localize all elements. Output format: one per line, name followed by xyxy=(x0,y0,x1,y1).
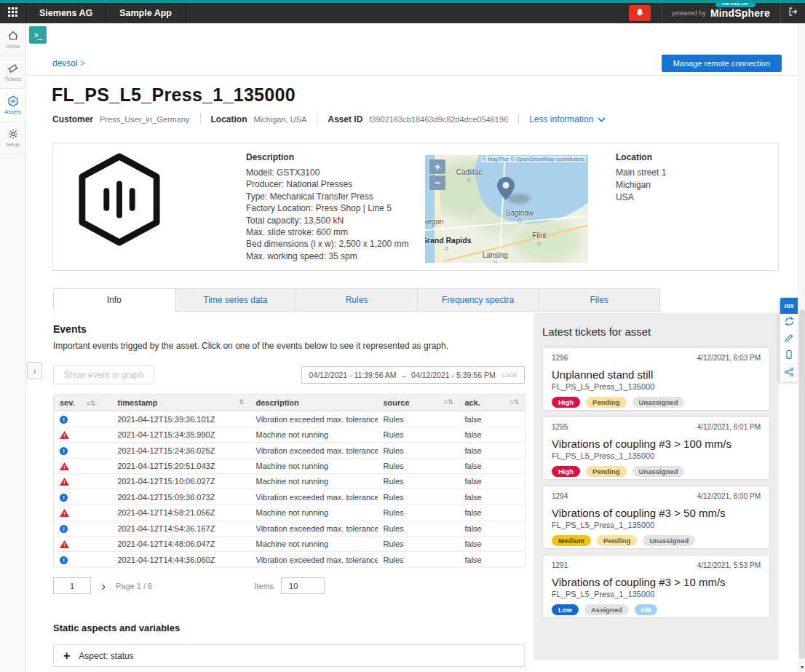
badge-high: High xyxy=(552,397,580,408)
top-accent-strip xyxy=(0,0,805,3)
tab-info[interactable]: Info xyxy=(53,288,175,312)
event-description: Vibration exceeded max. tolerance xyxy=(250,489,378,505)
event-row[interactable]: !2021-04-12T14:54:36.167ZVibration excee… xyxy=(54,521,526,537)
event-row[interactable]: !2021-04-12T15:34:35.990ZMachine not run… xyxy=(54,427,526,443)
event-ack: false xyxy=(459,552,526,568)
share-button[interactable] xyxy=(780,365,798,382)
event-row[interactable]: !2021-04-12T14:58:21.056ZMachine not run… xyxy=(54,505,526,521)
event-source: Rules xyxy=(378,505,459,521)
sidebar-item-label: Tickets xyxy=(4,76,21,82)
tab-frequency-spectra[interactable]: Frequency spectra xyxy=(418,288,539,312)
event-description: Vibration exceeded max. tolerance xyxy=(250,443,378,459)
notifications-button[interactable] xyxy=(629,5,651,21)
location-label: Location xyxy=(211,114,247,124)
breadcrumb-root[interactable]: devsol xyxy=(52,58,78,68)
event-timestamp: 2021-04-12T14:54:36.167Z xyxy=(112,521,250,537)
filter-sort-icon[interactable]: ≡⇅ xyxy=(444,398,453,406)
badge-low: Low xyxy=(552,604,579,615)
event-row[interactable]: !2021-04-12T15:09:36.073ZVibration excee… xyxy=(54,489,526,505)
sort-icon[interactable]: ⇅ xyxy=(239,398,245,406)
filter-sort-icon[interactable]: ≡⇅ xyxy=(509,398,519,406)
mobile-icon xyxy=(784,349,794,363)
logout-button[interactable] xyxy=(780,3,805,23)
description-line: Type: Mechanical Transfer Press xyxy=(246,191,422,202)
ticket-card[interactable]: 12964/12/2021, 6:03 PMUnplanned stand st… xyxy=(542,347,770,411)
tab-rules[interactable]: Rules xyxy=(296,288,418,312)
event-ack: false xyxy=(459,537,526,552)
event-ack: false xyxy=(459,411,526,427)
less-information-toggle[interactable]: Less information xyxy=(529,114,606,124)
event-row[interactable]: !2021-04-12T15:10:06.027ZMachine not run… xyxy=(54,474,526,489)
breadcrumb[interactable]: devsol> xyxy=(52,58,85,68)
page-label: Page 1 / 6 xyxy=(116,582,152,590)
col-description: description xyxy=(256,398,299,407)
map-city-label: Flint xyxy=(532,232,546,240)
location-title: Location xyxy=(616,152,666,162)
scrollbar[interactable]: ▾ xyxy=(798,23,805,672)
app-terminal-icon[interactable]: >_ xyxy=(29,26,47,44)
event-row[interactable]: !2021-04-12T14:48:06.047ZMachine not run… xyxy=(54,537,526,552)
col-source: source xyxy=(384,398,410,407)
sidebar-item-setup[interactable]: Setup xyxy=(0,122,25,154)
content-tabs: InfoTime series dataRulesFrequency spect… xyxy=(53,288,660,312)
divider xyxy=(200,114,201,124)
manage-remote-connection-button[interactable]: Manage remote connection xyxy=(662,55,782,72)
event-source: Rules xyxy=(378,537,459,552)
show-event-in-graph-button[interactable]: Show event in graph xyxy=(53,365,154,384)
topbar-tab-sample-app[interactable]: Sample App xyxy=(106,3,186,23)
static-aspects-title: Static aspects and variables xyxy=(53,622,180,633)
description-line: Max. slide stroke: 600 mm xyxy=(246,226,422,238)
location-map[interactable]: © MapTiler © OpenStreetMap contributors … xyxy=(425,155,588,263)
sync-button[interactable] xyxy=(780,315,798,331)
expand-panel-button[interactable]: › xyxy=(27,362,42,379)
zoom-in-button[interactable]: + xyxy=(429,159,445,174)
severity-info-icon: ! xyxy=(60,447,68,455)
items-per-page-input[interactable] xyxy=(281,577,325,594)
event-row[interactable]: !2021-04-12T14:44:36.060ZVibration excee… xyxy=(54,552,526,568)
pagination: › Page 1 / 6 Items xyxy=(53,577,525,594)
page-input[interactable] xyxy=(53,577,91,594)
zoom-out-button[interactable]: − xyxy=(429,175,445,190)
grid-icon xyxy=(8,7,17,20)
mobile-button[interactable] xyxy=(780,348,798,365)
sidebar-item-tickets[interactable]: Tickets xyxy=(0,56,25,89)
breadcrumb-bar: devsol> Manage remote connection xyxy=(26,48,798,76)
app-launcher-button[interactable] xyxy=(0,3,26,23)
event-timestamp: 2021-04-12T14:48:06.047Z xyxy=(112,537,250,552)
scrollbar-thumb[interactable] xyxy=(799,309,805,659)
sidebar-item-assets[interactable]: Assets xyxy=(0,89,25,122)
event-source: Rules xyxy=(378,521,459,537)
severity-warning-icon: ! xyxy=(60,462,69,470)
ticket-card[interactable]: 12914/12/2021, 5:53 PMVibrations of coup… xyxy=(542,555,770,618)
aspect-status-expander[interactable]: + Aspect: status xyxy=(53,644,525,667)
event-row[interactable]: !2021-04-12T15:24:36.025ZVibration excee… xyxy=(54,443,526,459)
ticket-icon xyxy=(7,63,19,74)
event-source: Rules xyxy=(378,474,459,489)
topbar-tab-siemens-ag[interactable]: Siemens AG xyxy=(26,3,106,23)
event-source: Rules xyxy=(378,489,459,505)
next-page-chevron-icon[interactable]: › xyxy=(101,580,106,593)
ticket-title: Unplanned stand still xyxy=(552,368,761,381)
filter-sort-icon[interactable]: ≡⇅ xyxy=(87,400,96,407)
ticket-card[interactable]: 12954/12/2021, 6:01 PMVibrations of coup… xyxy=(542,416,770,480)
event-row[interactable]: !2021-04-12T15:39:36.101ZVibration excee… xyxy=(54,411,526,427)
scrollbar-down-arrow[interactable]: ▾ xyxy=(798,664,805,671)
map-attribution: © MapTiler © OpenStreetMap contributors xyxy=(481,156,586,162)
tab-files[interactable]: Files xyxy=(539,288,660,312)
home-icon xyxy=(7,30,19,41)
events-table-body: !2021-04-12T15:39:36.101ZVibration excee… xyxy=(54,411,526,568)
date-range-picker[interactable]: 04/12/2021 - 11:39:56 AM → 04/12/2021 - … xyxy=(301,366,526,384)
pencil-icon xyxy=(784,333,794,346)
event-row[interactable]: !2021-04-12T15:20:51.043ZMachine not run… xyxy=(54,459,526,474)
badge-pending: Pending xyxy=(586,466,626,477)
tab-time-series-data[interactable]: Time series data xyxy=(175,288,297,312)
ticket-card[interactable]: 12944/12/2021, 6:00 PMVibrations of coup… xyxy=(542,486,770,549)
event-ack: false xyxy=(459,443,526,459)
sidebar-item-home[interactable]: Home xyxy=(0,23,25,56)
tickets-panel: Latest tickets for asset 12964/12/2021, … xyxy=(534,313,779,660)
event-ack: false xyxy=(459,459,526,474)
edit-button[interactable] xyxy=(780,331,798,348)
badge-unassigned: Unassigned xyxy=(632,466,685,477)
map-city-label: Grand Rapids xyxy=(425,236,472,245)
mindsphere-widget-button[interactable]: mx xyxy=(780,298,798,315)
